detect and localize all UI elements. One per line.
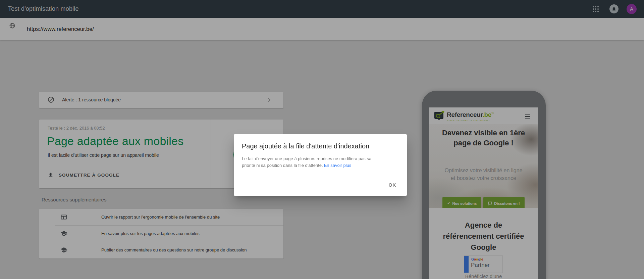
dialog-body: Le fait d'envoyer une page à plusieurs r… <box>242 155 383 169</box>
indexing-queue-dialog: Page ajoutée à la file d'attente d'index… <box>234 134 407 196</box>
dialog-title: Page ajoutée à la file d'attente d'index… <box>242 142 369 150</box>
ok-button[interactable]: OK <box>386 180 399 190</box>
learn-more-link[interactable]: En savoir plus <box>324 163 352 168</box>
dialog-body-text: Le fait d'envoyer une page à plusieurs r… <box>242 156 371 168</box>
